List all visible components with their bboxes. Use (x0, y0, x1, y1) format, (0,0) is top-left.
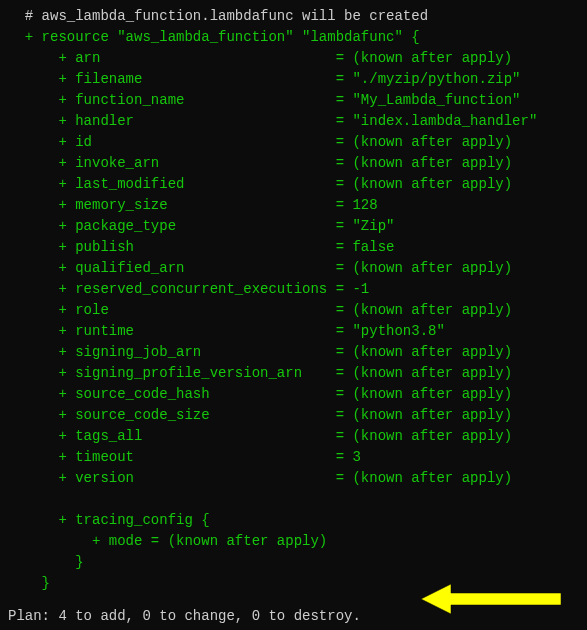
resource-open-line: + resource "aws_lambda_function" "lambda… (8, 27, 579, 48)
attribute-row: + signing_job_arn = (known after apply) (8, 342, 579, 363)
tracing-mode-line: + mode = (known after apply) (8, 531, 579, 552)
attribute-row: + publish = false (8, 237, 579, 258)
attribute-row: + memory_size = 128 (8, 195, 579, 216)
attr-key: + signing_job_arn (8, 342, 336, 363)
attr-value: = "python3.8" (336, 321, 445, 342)
attr-value: = 3 (336, 447, 361, 468)
attr-value: = "index.lambda_handler" (336, 111, 538, 132)
comment-line: # aws_lambda_function.lambdafunc will be… (8, 6, 579, 27)
attr-value: = (known after apply) (336, 342, 512, 363)
attribute-row: + handler = "index.lambda_handler" (8, 111, 579, 132)
attribute-row: + arn = (known after apply) (8, 48, 579, 69)
attr-value: = (known after apply) (336, 132, 512, 153)
attr-key: + version (8, 468, 336, 489)
svg-marker-0 (421, 584, 561, 614)
blank-line (8, 489, 579, 510)
attr-value: = (known after apply) (336, 153, 512, 174)
attr-key: + signing_profile_version_arn (8, 363, 336, 384)
attr-value: = "My_Lambda_function" (336, 90, 521, 111)
attr-key: + source_code_size (8, 405, 336, 426)
attr-key: + role (8, 300, 336, 321)
attr-value: = (known after apply) (336, 174, 512, 195)
attribute-row: + qualified_arn = (known after apply) (8, 258, 579, 279)
attr-key: + reserved_concurrent_executions (8, 279, 336, 300)
attr-key: + memory_size (8, 195, 336, 216)
attr-key: + source_code_hash (8, 384, 336, 405)
attr-key: + function_name (8, 90, 336, 111)
attr-value: = -1 (336, 279, 370, 300)
tracing-config-close: } (8, 552, 579, 573)
attr-key: + package_type (8, 216, 336, 237)
attr-value: = (known after apply) (336, 300, 512, 321)
attr-value: = "Zip" (336, 216, 395, 237)
attribute-row: + reserved_concurrent_executions = -1 (8, 279, 579, 300)
attr-value: = 128 (336, 195, 378, 216)
attr-key: + filename (8, 69, 336, 90)
attr-value: = (known after apply) (336, 405, 512, 426)
attribute-row: + timeout = 3 (8, 447, 579, 468)
attr-value: = (known after apply) (336, 48, 512, 69)
attr-value: = "./myzip/python.zip" (336, 69, 521, 90)
attr-value: = (known after apply) (336, 384, 512, 405)
tracing-config-open: + tracing_config { (8, 510, 579, 531)
attribute-row: + package_type = "Zip" (8, 216, 579, 237)
attribute-row: + id = (known after apply) (8, 132, 579, 153)
attribute-row: + source_code_size = (known after apply) (8, 405, 579, 426)
attribute-list: + arn = (known after apply) + filename =… (8, 48, 579, 489)
attr-value: = (known after apply) (336, 426, 512, 447)
attr-value: = (known after apply) (336, 363, 512, 384)
attr-key: + tags_all (8, 426, 336, 447)
attribute-row: + last_modified = (known after apply) (8, 174, 579, 195)
attribute-row: + tags_all = (known after apply) (8, 426, 579, 447)
attribute-row: + role = (known after apply) (8, 300, 579, 321)
attr-key: + qualified_arn (8, 258, 336, 279)
attr-key: + handler (8, 111, 336, 132)
attr-key: + timeout (8, 447, 336, 468)
attr-key: + publish (8, 237, 336, 258)
attr-key: + id (8, 132, 336, 153)
attribute-row: + version = (known after apply) (8, 468, 579, 489)
attribute-row: + function_name = "My_Lambda_function" (8, 90, 579, 111)
attr-key: + arn (8, 48, 336, 69)
attribute-row: + source_code_hash = (known after apply) (8, 384, 579, 405)
attr-value: = false (336, 237, 395, 258)
yellow-arrow-annotation (421, 584, 561, 614)
attr-value: = (known after apply) (336, 468, 512, 489)
attr-value: = (known after apply) (336, 258, 512, 279)
attribute-row: + filename = "./myzip/python.zip" (8, 69, 579, 90)
attribute-row: + runtime = "python3.8" (8, 321, 579, 342)
attr-key: + invoke_arn (8, 153, 336, 174)
attr-key: + runtime (8, 321, 336, 342)
attr-key: + last_modified (8, 174, 336, 195)
attribute-row: + invoke_arn = (known after apply) (8, 153, 579, 174)
terminal-output: # aws_lambda_function.lambdafunc will be… (8, 6, 579, 627)
attribute-row: + signing_profile_version_arn = (known a… (8, 363, 579, 384)
